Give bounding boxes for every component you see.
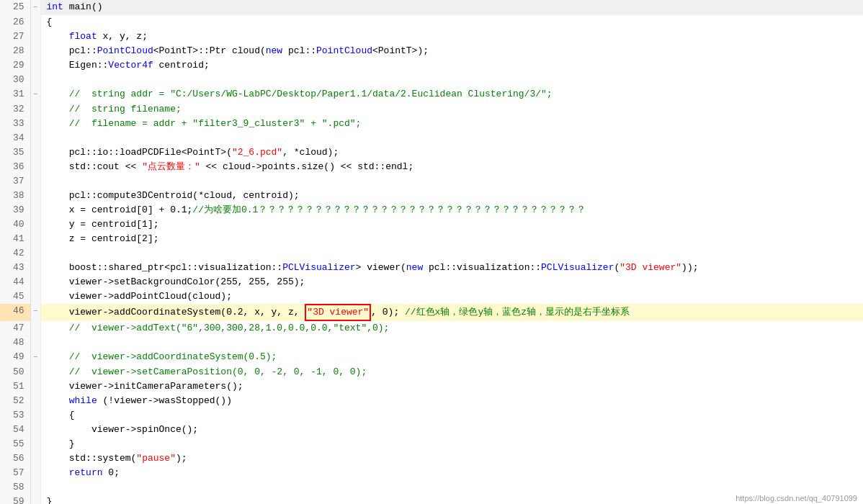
line-number-39: 39 [0, 203, 30, 217]
line-number-55: 55 [0, 437, 30, 451]
code-content-49: // viewer->addCoordinateSystem(0.5); [40, 350, 863, 365]
code-line-28: 28 pcl::PointCloud<PointT>::Ptr cloud(ne… [0, 44, 863, 58]
fold-col-34 [30, 131, 40, 145]
code-table: 25 − int main() 26 { 27 float x, y, z; 2… [0, 0, 863, 504]
code-line-50: 50 // viewer->setCameraPosition(0, 0, -2… [0, 365, 863, 379]
fold-marker[interactable]: − [33, 91, 37, 99]
fold-col-31[interactable]: − [30, 87, 40, 102]
code-content-37 [40, 174, 863, 189]
fold-col-47 [30, 321, 40, 336]
code-line-51: 51 viewer->initCameraParameters(); [0, 379, 863, 394]
fold-col-40 [30, 217, 40, 232]
code-line-56: 56 std::system("pause"); [0, 451, 863, 466]
code-content-29: Eigen::Vector4f centroid; [40, 58, 863, 73]
fold-col-25[interactable]: − [30, 0, 40, 15]
code-content-39: x = centroid[0] + 0.1;//为啥要加0.1？？？？？？？？？… [40, 203, 863, 217]
line-number-51: 51 [0, 379, 30, 394]
line-number-57: 57 [0, 466, 30, 480]
code-line-57: 57 return 0; [0, 466, 863, 480]
code-content-36: std::cout << "点云数量：" << cloud->points.si… [40, 160, 863, 174]
code-line-34: 34 [0, 131, 863, 145]
fold-marker[interactable]: − [33, 354, 37, 361]
code-content-58 [40, 480, 863, 495]
code-content-42 [40, 246, 863, 261]
fold-col-46[interactable]: − [30, 304, 40, 321]
code-content-40: y = centroid[1]; [40, 217, 863, 232]
fold-col-37 [30, 174, 40, 189]
line-number-32: 32 [0, 102, 30, 117]
code-line-48: 48 [0, 336, 863, 350]
line-number-29: 29 [0, 58, 30, 73]
code-content-48 [40, 336, 863, 350]
code-content-43: boost::shared_ptr<pcl::visualization::PC… [40, 261, 863, 275]
code-line-47: 47 // viewer->addText("6",300,300,28,1.0… [0, 321, 863, 336]
code-line-27: 27 float x, y, z; [0, 30, 863, 44]
line-number-38: 38 [0, 189, 30, 203]
watermark: https://blog.csdn.net/qq_40791099 [735, 494, 857, 503]
code-line-54: 54 viewer->spinOnce(); [0, 423, 863, 437]
line-number-47: 47 [0, 321, 30, 336]
fold-col-26 [30, 15, 40, 30]
fold-col-59 [30, 495, 40, 504]
code-line-26: 26 { [0, 15, 863, 30]
code-line-52: 52 while (!viewer->wasStopped()) [0, 394, 863, 408]
line-number-52: 52 [0, 394, 30, 408]
code-content-53: { [40, 408, 863, 423]
code-content-33: // filename = addr + "filter3_9_cluster3… [40, 117, 863, 131]
code-content-56: std::system("pause"); [40, 451, 863, 466]
code-content-35: pcl::io::loadPCDFile<PointT>("2_6.pcd", … [40, 145, 863, 160]
fold-marker[interactable]: − [33, 4, 37, 12]
line-number-58: 58 [0, 480, 30, 495]
fold-col-48 [30, 336, 40, 350]
fold-col-32 [30, 102, 40, 117]
code-content-34 [40, 131, 863, 145]
line-number-54: 54 [0, 423, 30, 437]
line-number-28: 28 [0, 44, 30, 58]
code-line-33: 33 // filename = addr + "filter3_9_clust… [0, 117, 863, 131]
code-content-46: viewer->addCoordinateSystem(0.2, x, y, z… [40, 304, 863, 321]
fold-col-41 [30, 232, 40, 246]
fold-marker[interactable]: − [33, 307, 37, 315]
line-number-27: 27 [0, 30, 30, 44]
fold-col-38 [30, 189, 40, 203]
code-line-43: 43 boost::shared_ptr<pcl::visualization:… [0, 261, 863, 275]
code-content-57: return 0; [40, 466, 863, 480]
fold-col-43 [30, 261, 40, 275]
code-line-32: 32 // string filename; [0, 102, 863, 117]
line-number-43: 43 [0, 261, 30, 275]
code-content-47: // viewer->addText("6",300,300,28,1.0,0.… [40, 321, 863, 336]
line-number-50: 50 [0, 365, 30, 379]
code-content-31: // string addr = "C:/Users/WG-LabPC/Desk… [40, 87, 863, 102]
line-number-44: 44 [0, 275, 30, 289]
fold-col-52 [30, 394, 40, 408]
code-content-44: viewer->setBackgroundColor(255, 255, 255… [40, 275, 863, 289]
line-number-35: 35 [0, 145, 30, 160]
line-number-49: 49 [0, 350, 30, 365]
fold-col-27 [30, 30, 40, 44]
fold-col-28 [30, 44, 40, 58]
fold-col-36 [30, 160, 40, 174]
fold-col-49[interactable]: − [30, 350, 40, 365]
line-number-59: 59 [0, 495, 30, 504]
code-content-55: } [40, 437, 863, 451]
fold-col-33 [30, 117, 40, 131]
code-content-51: viewer->initCameraParameters(); [40, 379, 863, 394]
code-line-25: 25 − int main() [0, 0, 863, 15]
line-number-56: 56 [0, 451, 30, 466]
line-number-26: 26 [0, 15, 30, 30]
fold-col-53 [30, 408, 40, 423]
code-content-30 [40, 73, 863, 87]
code-content-28: pcl::PointCloud<PointT>::Ptr cloud(new p… [40, 44, 863, 58]
line-number-53: 53 [0, 408, 30, 423]
code-content-32: // string filename; [40, 102, 863, 117]
code-content-45: viewer->addPointCloud(cloud); [40, 289, 863, 304]
code-line-58: 58 [0, 480, 863, 495]
code-line-41: 41 z = centroid[2]; [0, 232, 863, 246]
code-line-29: 29 Eigen::Vector4f centroid; [0, 58, 863, 73]
fold-col-44 [30, 275, 40, 289]
line-number-45: 45 [0, 289, 30, 304]
code-line-42: 42 [0, 246, 863, 261]
fold-col-39 [30, 203, 40, 217]
line-number-40: 40 [0, 217, 30, 232]
code-content-54: viewer->spinOnce(); [40, 423, 863, 437]
